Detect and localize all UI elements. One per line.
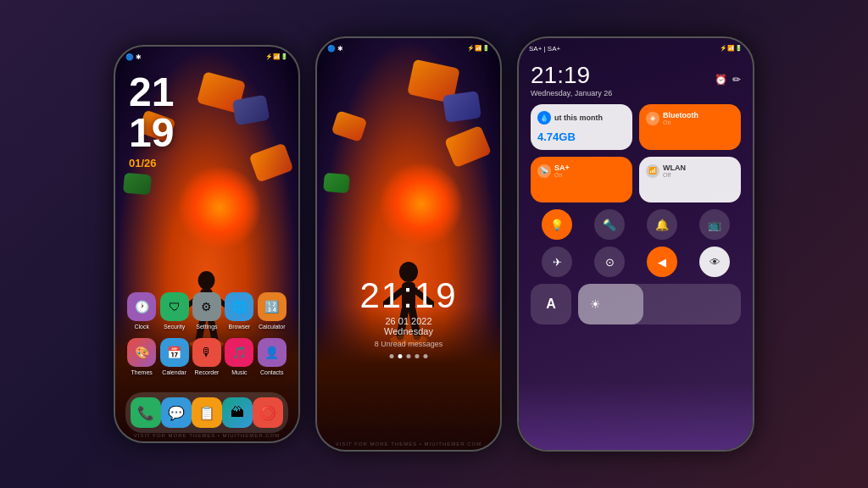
sun-glow [177, 165, 262, 250]
lock-page-dots [390, 354, 428, 358]
torch-button[interactable]: 🔦 [594, 209, 625, 240]
app-icon-themes: 🎨 [127, 338, 156, 367]
dock-messages[interactable]: 💬 [161, 397, 192, 428]
lock-status-left: 🔵 ✱ [327, 45, 343, 53]
dot-1 [390, 354, 394, 358]
app-calendar[interactable]: 📅 Calendar [159, 338, 190, 375]
app-security[interactable]: 🛡 Security [159, 292, 190, 330]
dnd-button[interactable]: ⊙ [594, 247, 625, 277]
app-label-browser: Browser [229, 324, 251, 330]
app-contacts[interactable]: 👤 Contacts [257, 338, 287, 375]
cc-time-row: 21:19 Wednesday, January 26 ⏰ ✏ [531, 62, 741, 97]
sa-tile[interactable]: 📡 SA+ On [531, 157, 632, 202]
status-left: 🔵 ✱ [125, 53, 142, 61]
dock-gallery[interactable]: 🏔 [222, 397, 253, 428]
cc-icon-row-1: 💡 🔦 🔔 📺 [531, 209, 741, 240]
bt-title: Bluetooth [663, 111, 698, 119]
dot-2 [398, 354, 403, 358]
bt-labels: Bluetooth On [663, 111, 698, 125]
cc-bottom-row: A ☀ [531, 284, 741, 324]
app-label-music: Music [231, 369, 247, 375]
lock-time: 21:19 [317, 275, 500, 316]
status-bar-phone1: 🔵 ✱ ⚡📶🔋 [115, 47, 298, 67]
app-calculator[interactable]: 🔢 Calculator [257, 292, 287, 330]
app-label-security: Security [164, 324, 185, 330]
data-value: 4.74GB [537, 130, 626, 143]
app-icon-calendar: 📅 [160, 338, 189, 367]
app-icon-clock: 🕐 [127, 292, 156, 321]
dot-5 [424, 354, 428, 358]
app-clock[interactable]: 🕐 Clock [126, 292, 157, 330]
lock-status-right: ⚡📶🔋 [467, 45, 490, 52]
home-date: 01/26 [129, 157, 174, 169]
lock-date2: Wednesday [317, 326, 500, 336]
edit-icon[interactable]: ✏ [732, 74, 741, 86]
app-themes[interactable]: 🎨 Themes [126, 338, 157, 375]
app-label-calculator: Calculator [259, 324, 286, 330]
location-button[interactable]: ◀ [647, 247, 677, 277]
wlan-title: WLAN [663, 164, 686, 172]
app-label-recorder: Recorder [195, 369, 220, 375]
cc-row-1: 💧 ut this month 4.74GB ◈ Bluetooth [531, 104, 741, 150]
wlan-labels: WLAN Off [663, 164, 686, 178]
dock-notes[interactable]: 📋 [192, 397, 222, 428]
bluetooth-icon: ◈ [646, 112, 659, 125]
cc-date-icons: ⏰ ✏ [715, 74, 741, 86]
lock-sun [379, 162, 464, 247]
app-settings[interactable]: ⚙ Settings [192, 292, 222, 330]
airplane-button[interactable]: ✈ [542, 247, 572, 277]
text-a-label: A [546, 297, 556, 312]
cc-icon-row-2: ✈ ⊙ ◀ 👁 [531, 247, 741, 277]
data-tile-labels: ut this month [554, 114, 603, 122]
lock-messages: 8 Unread messages [317, 340, 500, 348]
app-recorder[interactable]: 🎙 Recorder [192, 338, 222, 375]
status-right: ⚡📶🔋 [265, 53, 288, 60]
wlan-tile[interactable]: 📶 WLAN Off [639, 157, 741, 202]
app-row-2: 🎨 Themes 📅 Calendar 🎙 Recorder 🎵 Music [125, 338, 288, 375]
app-icon-music: 🎵 [225, 338, 253, 367]
brightness-slider[interactable]: ☀ [578, 284, 741, 324]
lock-card-5 [323, 173, 350, 194]
cc-time-date-block: 21:19 Wednesday, January 26 [531, 62, 612, 97]
dock-mi[interactable]: ⭕ [253, 397, 283, 428]
text-size-button[interactable]: A [531, 284, 571, 324]
app-music[interactable]: 🎵 Music [224, 338, 254, 375]
lock-card-2 [442, 91, 481, 123]
watermark-2: VISIT FOR MORE THEMES • MIUITHEMER.COM [336, 441, 482, 446]
sa-sublabel: On [554, 172, 570, 178]
brightness-icon: ☀ [590, 297, 601, 311]
app-grid: 🕐 Clock 🛡 Security ⚙ Settings 🌐 Browser [115, 286, 298, 391]
cc-row-2: 📡 SA+ On 📶 WLAN Off [531, 157, 741, 202]
app-browser[interactable]: 🌐 Browser [224, 292, 254, 330]
wlan-icon: 📶 [646, 164, 659, 178]
app-label-calendar: Calendar [162, 369, 186, 375]
cc-main-time: 21:19 [531, 62, 612, 89]
cc-status-bar: SA+ | SA+ ⚡📶🔋 [519, 38, 753, 58]
dot-4 [415, 354, 420, 358]
dock-phone[interactable]: 📞 [131, 397, 161, 428]
app-icon-browser: 🌐 [225, 292, 253, 321]
data-icon: 💧 [537, 111, 551, 125]
flashlight-button[interactable]: 💡 [542, 209, 572, 240]
bt-sublabel: On [663, 119, 698, 125]
cc-status-right: ⚡📶🔋 [720, 45, 743, 52]
alarm-icon[interactable]: ⏰ [715, 74, 727, 86]
phone-control-center: SA+ | SA+ ⚡📶🔋 21:19 Wednesday, January 2… [517, 36, 754, 452]
data-tile[interactable]: 💧 ut this month 4.74GB [531, 104, 632, 150]
app-label-clock: Clock [134, 324, 149, 330]
bell-button[interactable]: 🔔 [647, 209, 677, 240]
app-icon-security: 🛡 [160, 292, 189, 321]
eye-button[interactable]: 👁 [699, 247, 730, 277]
phone-home-screen: 🔵 ✱ ⚡📶🔋 21 19 01/26 [115, 47, 298, 441]
app-label-themes: Themes [131, 369, 153, 375]
home-minute: 19 [129, 113, 174, 153]
wlan-tile-header: 📶 WLAN Off [646, 164, 734, 178]
app-label-contacts: Contacts [260, 369, 284, 375]
data-title: ut this month [554, 114, 603, 122]
sa-tile-header: 📡 SA+ On [537, 164, 626, 178]
bluetooth-tile[interactable]: ◈ Bluetooth On [639, 104, 741, 150]
home-time: 21 19 01/26 [129, 72, 174, 169]
cc-date-str: Wednesday, January 26 [531, 89, 612, 97]
cast-button[interactable]: 📺 [699, 209, 730, 240]
app-row-1: 🕐 Clock 🛡 Security ⚙ Settings 🌐 Browser [125, 292, 288, 330]
